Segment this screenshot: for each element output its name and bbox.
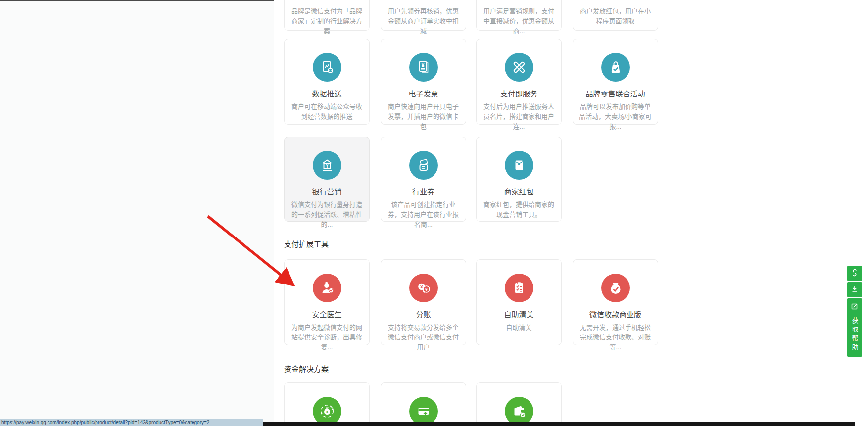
pay-as-service-icon [505, 53, 533, 82]
get-help-label: 获取帮助 [850, 317, 860, 353]
product-title: 银行营销 [285, 186, 369, 196]
wechat-collect-business-icon [601, 274, 630, 302]
product-card-e-invoice[interactable]: ¥ 电子发票 商户快速向用户开具电子发票，并插用户的微信卡包 [381, 39, 466, 125]
product-desc: 商户快速向用户开具电子发票，并插用户的微信卡包 [381, 102, 466, 132]
product-desc: 商户发放红包，用户在小程序页面领取 [573, 6, 658, 26]
share-link-button[interactable] [847, 266, 862, 281]
product-card-industry-coupon[interactable]: 行业券 该产品可创建指定行业券，支持用户在该行业报名商... [381, 137, 466, 222]
get-help-button[interactable]: 获取帮助 [847, 298, 862, 357]
industry-coupon-icon [409, 151, 438, 180]
help-toolbar: 获取帮助 [847, 266, 862, 358]
section-header-fund-solutions: 资金解决方案 [284, 363, 329, 374]
product-title: 支付即服务 [477, 88, 561, 98]
link-icon [851, 269, 859, 279]
product-title: 行业券 [381, 186, 466, 196]
data-push-icon [313, 53, 341, 82]
product-card-brand-retail[interactable]: 品牌零售联合活动 品牌可以发布加价购等单品活动，大卖场/小商家可报... [573, 39, 658, 125]
security-doctor-icon [313, 274, 341, 302]
self-clearance-icon [505, 274, 533, 302]
product-desc: 用户满足营销规则，支付中直接减价，优惠金额从商... [477, 6, 561, 36]
svg-text:¥: ¥ [425, 286, 428, 292]
product-card-bank-marketing[interactable]: ¥ 银行营销 微信支付为银行量身打造的一系列促活跃、增粘性的... [284, 137, 370, 222]
product-desc: 商户可在移动端公众号收到经营数据的推送 [285, 102, 369, 122]
product-card-pay-as-service[interactable]: 支付即服务 支付后为用户推送服务人员名片，搭建商家和用户连... [476, 39, 562, 125]
e-invoice-icon: ¥ [409, 53, 438, 82]
product-card-redpacket-grant[interactable]: 商户发放红包，用户在小程序页面领取 [573, 0, 658, 31]
product-card-data-push[interactable]: 数据推送 商户可在移动端公众号收到经营数据的推送 [284, 39, 370, 125]
product-title: 自助清关 [477, 309, 561, 319]
product-title: 微信收款商业版 [573, 309, 658, 319]
product-desc: 为商户发起微信支付的网站提供安全诊断，出具修复... [285, 323, 369, 352]
wechat-pay-products-page: 品牌是微信支付为「品牌商家」定制的行业解决方案 用户先领券再核销，优惠金额从商户… [0, 0, 868, 426]
download-icon [851, 285, 859, 295]
product-desc: 商家红包，提供给商家的现金营销工具。 [477, 200, 561, 220]
bank-marketing-icon: ¥ [313, 151, 341, 180]
product-title: 电子发票 [381, 88, 466, 98]
product-desc: 无需开发，通过手机轻松完成微信支付收款、对账等... [573, 323, 658, 352]
brand-retail-icon [601, 53, 630, 82]
section-header-payment-tools: 支付扩展工具 [284, 238, 329, 249]
feedback-icon [851, 302, 859, 312]
product-desc: 用户先领券再核销，优惠金额从商户订单实收中扣减 [381, 6, 466, 36]
product-title: 安全医生 [285, 309, 369, 319]
product-card-fund-circulation[interactable]: ¥ [284, 382, 370, 426]
product-desc: 微信支付为银行量身打造的一系列促活跃、增粘性的... [285, 200, 369, 230]
product-card-card-withdraw[interactable] [381, 382, 466, 426]
download-button[interactable] [847, 282, 862, 297]
product-card-pay-discount[interactable]: 用户满足营销规则，支付中直接减价，优惠金额从商... [476, 0, 562, 31]
product-card-self-clearance[interactable]: 自助清关 自助清关 [476, 259, 562, 345]
product-card-merchant-redpacket[interactable]: 商家红包 商家红包，提供给商家的现金营销工具。 [476, 137, 562, 222]
product-card-profit-sharing[interactable]: ¥ ¥ 分账 支持将交易款分发给多个微信支付商户或微信支付用户 [381, 259, 466, 345]
product-card-coupon-redeem[interactable]: 用户先领券再核销，优惠金额从商户订单实收中扣减 [381, 0, 466, 31]
product-card-brand-solution[interactable]: 品牌是微信支付为「品牌商家」定制的行业解决方案 [284, 0, 370, 31]
product-card-wallet-settlement[interactable] [476, 382, 562, 426]
product-desc: 自助清关 [477, 323, 561, 332]
product-desc: 支持将交易款分发给多个微信支付商户或微信支付用户 [381, 323, 466, 352]
product-title: 商家红包 [477, 186, 561, 196]
product-title: 分账 [381, 309, 466, 319]
product-card-wechat-collect-business[interactable]: 微信收款商业版 无需开发，通过手机轻松完成微信支付收款、对账等... [573, 259, 658, 345]
product-desc: 支付后为用户推送服务人员名片，搭建商家和用户连... [477, 102, 561, 132]
product-card-security-doctor[interactable]: 安全医生 为商户发起微信支付的网站提供安全诊断，出具修复... [284, 259, 370, 345]
product-title: 数据推送 [285, 88, 369, 98]
profit-sharing-icon: ¥ ¥ [409, 274, 438, 302]
product-desc: 该产品可创建指定行业券，支持用户在该行业报名商... [381, 200, 466, 230]
product-title: 品牌零售联合活动 [573, 88, 658, 98]
svg-text:¥: ¥ [326, 410, 328, 414]
product-desc: 品牌可以发布加价购等单品活动，大卖场/小商家可报... [573, 102, 658, 132]
merchant-redpacket-icon [505, 151, 533, 180]
product-desc: 品牌是微信支付为「品牌商家」定制的行业解决方案 [285, 6, 369, 36]
status-url-bubble: https://pay.weixin.qq.com/index.php/publ… [0, 419, 263, 426]
svg-text:¥: ¥ [421, 63, 424, 68]
svg-text:¥: ¥ [326, 163, 329, 169]
